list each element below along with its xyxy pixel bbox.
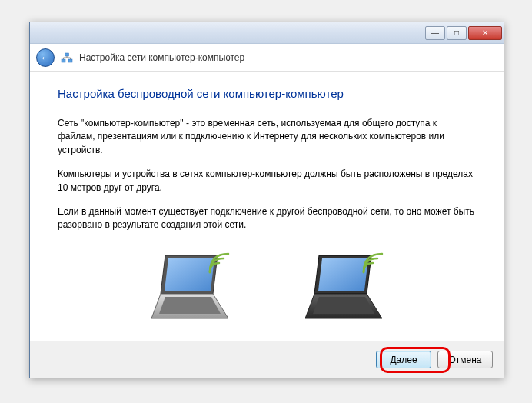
maximize-button[interactable]: □: [447, 26, 467, 40]
next-button[interactable]: Далее: [376, 351, 431, 368]
svg-rect-2: [65, 53, 69, 56]
minimize-button[interactable]: —: [425, 26, 445, 40]
header-bar: ← Настройка сети компьютер-компьютер: [30, 44, 504, 72]
content-area: Настройка беспроводной сети компьютер-ко…: [30, 72, 504, 341]
close-button[interactable]: ✕: [468, 26, 502, 40]
description-para-2: Компьютеры и устройства в сетях компьюте…: [58, 168, 476, 195]
footer-bar: Далее Отмена: [30, 341, 504, 378]
wifi-icon: [207, 252, 230, 275]
svg-rect-0: [62, 59, 65, 62]
titlebar: — □ ✕: [30, 22, 504, 44]
header-title: Настройка сети компьютер-компьютер: [79, 52, 244, 63]
description-para-1: Сеть "компьютер-компьютер" - это временн…: [58, 117, 476, 157]
illustration: [58, 249, 476, 334]
svg-rect-1: [68, 59, 72, 62]
page-heading: Настройка беспроводной сети компьютер-ко…: [58, 87, 476, 100]
back-button[interactable]: ←: [36, 48, 55, 67]
back-arrow-icon: ←: [40, 52, 51, 64]
description-para-3: Если в данный момент существует подключе…: [58, 205, 476, 232]
laptop-right: [290, 249, 397, 334]
wizard-window: — □ ✕ ← Настройка сети компьютер-компьют…: [29, 22, 504, 378]
laptop-left: [136, 249, 244, 334]
network-icon: [61, 52, 73, 64]
wifi-icon: [361, 252, 384, 275]
cancel-button[interactable]: Отмена: [437, 351, 493, 368]
